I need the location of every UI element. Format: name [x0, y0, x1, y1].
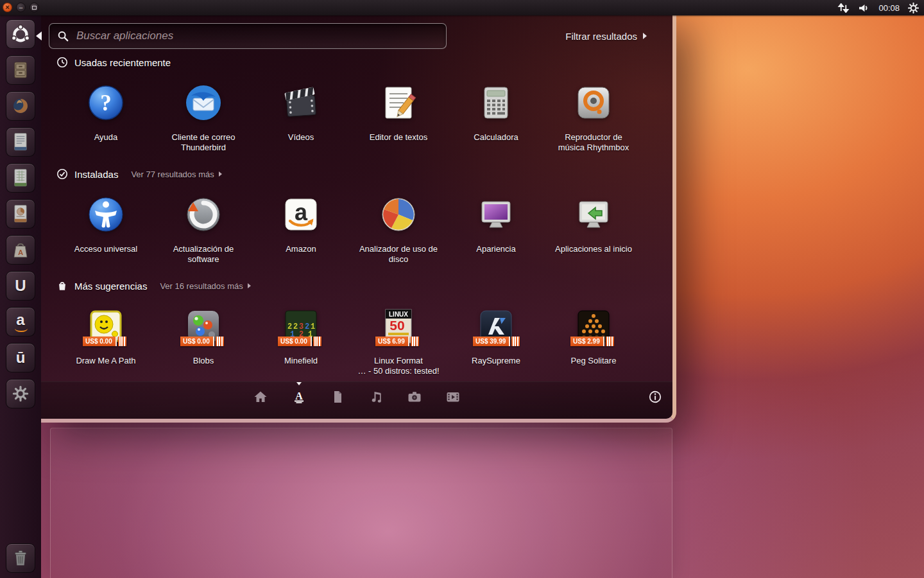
- lens-applications[interactable]: A: [289, 387, 309, 407]
- music-lens-icon: [368, 389, 384, 405]
- svg-text:50: 50: [389, 318, 404, 333]
- section-more-link[interactable]: Ver 77 resultados más: [131, 170, 221, 179]
- app-label: Reproductor de música Rhythmbox: [545, 132, 642, 152]
- app-apariencia[interactable]: Apariencia: [447, 194, 545, 270]
- app-label: Acceso universal: [57, 244, 155, 254]
- app-acceso-universal[interactable]: Acceso universal: [57, 194, 155, 270]
- network-indicator-icon[interactable]: [837, 3, 850, 13]
- lens-files[interactable]: [328, 387, 347, 407]
- launcher-trash[interactable]: [6, 543, 35, 573]
- app-ayuda[interactable]: ?Ayuda: [57, 82, 155, 158]
- app-blobs[interactable]: US$ 0.00Blobs: [155, 306, 252, 381]
- launcher-software-center[interactable]: A: [6, 235, 35, 265]
- svg-text:a: a: [295, 199, 308, 225]
- app-label: Blobs: [155, 356, 252, 366]
- price-label: US$ 0.00: [180, 337, 214, 346]
- amazon-launcher-glyph: a: [16, 312, 24, 328]
- price-tag-icon: [118, 337, 126, 346]
- app-calculadora[interactable]: Calculadora: [447, 82, 545, 158]
- app-cliente-de-correo[interactable]: Cliente de correo Thunderbird: [155, 82, 252, 158]
- indicator-area: 00:08: [837, 0, 919, 15]
- check-icon: [56, 168, 68, 180]
- search-input[interactable]: [75, 29, 446, 43]
- launcher-dash-home[interactable]: [6, 19, 35, 49]
- app-minefield[interactable]: 22321121US$ 0.00Minefield: [252, 306, 350, 381]
- session-gear-icon[interactable]: [908, 3, 919, 13]
- search-bar[interactable]: [49, 23, 447, 49]
- svg-text:?: ?: [100, 91, 112, 116]
- app-label: Draw Me A Path: [57, 356, 155, 366]
- section-title: Instaladas: [74, 169, 118, 180]
- launcher-files[interactable]: [6, 55, 35, 85]
- app-amazon[interactable]: aAmazon: [252, 194, 350, 270]
- filter-results-button[interactable]: Filtrar resultados: [565, 28, 647, 44]
- clock-indicator[interactable]: 00:08: [878, 3, 900, 13]
- app-analizador-de-uso-de[interactable]: Analizador de uso de disco: [350, 194, 447, 270]
- trash-icon: [10, 547, 31, 569]
- launcher-settings[interactable]: [6, 379, 35, 408]
- thunderbird-icon: [183, 82, 224, 123]
- minefield-icon: 22321121US$ 0.00: [280, 306, 321, 347]
- window-minimize-button[interactable]: –: [16, 3, 26, 12]
- app-v-deos[interactable]: Vídeos: [252, 82, 350, 158]
- app-reproductor-de[interactable]: Reproductor de música Rhythmbox: [545, 82, 642, 158]
- lens-home[interactable]: [251, 387, 270, 407]
- disk-usage-icon: [378, 194, 419, 235]
- launcher-impress[interactable]: [6, 199, 35, 229]
- impress-icon: [10, 203, 31, 225]
- chevron-right-icon: [219, 171, 222, 177]
- help-icon: ?: [85, 82, 126, 123]
- lens-music[interactable]: [366, 387, 386, 407]
- launcher-ubuntu-one[interactable]: U: [6, 271, 35, 301]
- app-actualizaci-n-de[interactable]: Actualización de software: [155, 194, 252, 270]
- price-tag-icon: [511, 337, 520, 346]
- section-more-link[interactable]: Ver 16 resultados más: [160, 281, 250, 291]
- app-label: Cliente de correo Thunderbird: [155, 132, 252, 152]
- launcher-music-store[interactable]: ū: [6, 343, 35, 372]
- background-window-frame: [50, 428, 672, 578]
- app-label: Amazon: [252, 244, 350, 254]
- price-ribbon: US$ 2.99: [570, 337, 614, 346]
- price-ribbon: US$ 39.99: [473, 337, 520, 346]
- lens-bar-icons: A: [41, 387, 672, 407]
- raysupreme-icon: US$ 39.99: [475, 306, 517, 347]
- svg-text:LINUX: LINUX: [389, 311, 408, 318]
- info-button[interactable]: [648, 390, 662, 404]
- lens-bar: A: [41, 381, 672, 419]
- lens-photos[interactable]: [405, 387, 424, 407]
- ubuntu-one-glyph: U: [15, 278, 26, 293]
- app-linux-format[interactable]: LINUX50US$ 6.99Linux Format … - 50 distr…: [350, 306, 447, 381]
- app-peg-solitare[interactable]: US$ 2.99Peg Solitare: [545, 306, 642, 381]
- music-store-glyph: ū: [16, 350, 26, 365]
- app-label: Editor de textos: [350, 132, 447, 143]
- app-label: Aplicaciones al inicio: [545, 244, 642, 254]
- volume-indicator-icon[interactable]: [858, 3, 870, 13]
- amazon-icon: a: [280, 194, 321, 235]
- section-title: Usadas recientemente: [74, 57, 171, 68]
- svg-text:A: A: [18, 249, 23, 256]
- filter-results-label: Filtrar resultados: [565, 31, 637, 42]
- window-close-button[interactable]: ×: [3, 3, 12, 12]
- chevron-right-icon: [248, 283, 251, 288]
- launcher-items: AUaū: [0, 19, 41, 578]
- app-label: Minefield: [252, 356, 350, 366]
- app-row-installed: Acceso universalActualización de softwar…: [41, 194, 672, 270]
- writer-icon: [10, 131, 31, 153]
- price-label: US$ 0.00: [83, 337, 117, 346]
- price-ribbon: US$ 0.00: [83, 337, 126, 346]
- dash-pointer-arrow: [36, 31, 42, 40]
- launcher-firefox[interactable]: [6, 91, 35, 121]
- app-aplicaciones-al-inicio[interactable]: Aplicaciones al inicio: [545, 194, 642, 270]
- lens-videos[interactable]: [443, 387, 463, 407]
- window-controls: ×–: [3, 3, 39, 12]
- section-header-installed: InstaladasVer 77 resultados más: [41, 167, 672, 181]
- price-label: US$ 39.99: [473, 337, 510, 346]
- launcher-amazon-launcher[interactable]: a: [6, 307, 35, 337]
- app-editor-de-textos[interactable]: Editor de textos: [350, 82, 447, 158]
- app-raysupreme[interactable]: US$ 39.99RaySupreme: [447, 306, 545, 381]
- app-draw-me-a-path[interactable]: US$ 0.00Draw Me A Path: [57, 306, 155, 381]
- app-label: Vídeos: [252, 132, 350, 143]
- window-maximize-button[interactable]: [30, 3, 39, 12]
- launcher-writer[interactable]: [6, 127, 35, 157]
- launcher-calc-lo[interactable]: [6, 163, 35, 193]
